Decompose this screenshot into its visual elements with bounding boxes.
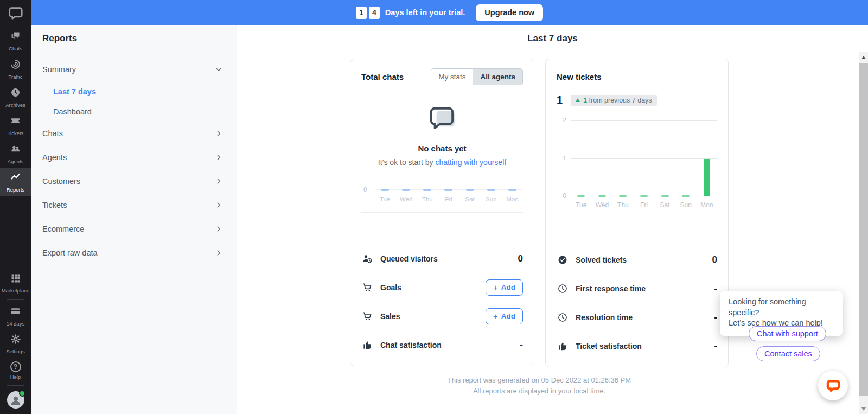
report-timezone-text: All reports are displayed in your local … xyxy=(350,386,729,397)
cart-icon xyxy=(361,282,373,293)
cart-icon xyxy=(361,311,373,322)
chart-day-label: Wed xyxy=(400,196,412,202)
rail-item-agents[interactable]: Agents xyxy=(0,139,31,168)
contact-sales-button[interactable]: Contact sales xyxy=(756,346,820,361)
stats-toggle: My stats All agents xyxy=(431,68,523,85)
scrollbar-thumb[interactable] xyxy=(859,63,868,396)
rail-item-trial-days[interactable]: 14 days xyxy=(0,302,31,330)
thumb-up-icon xyxy=(361,340,373,351)
chart-zero-dash xyxy=(508,189,516,191)
rail-item-help[interactable]: ? Help xyxy=(0,358,31,383)
rail-item-reports[interactable]: Reports xyxy=(0,168,31,196)
tooltip-line-1: Looking for something specific? xyxy=(729,297,834,318)
sidebar-item-summary[interactable]: Summary xyxy=(31,58,237,81)
chart-zero-dash xyxy=(423,189,431,191)
avatar[interactable] xyxy=(7,391,24,409)
add-sales-button[interactable]: + Add xyxy=(486,308,523,324)
rail-item-traffic[interactable]: Traffic xyxy=(0,55,31,83)
sidebar-item-dashboard[interactable]: Dashboard xyxy=(31,101,237,122)
sidebar-item-export-raw-data[interactable]: Export raw data xyxy=(31,241,237,265)
reports-icon xyxy=(10,171,21,185)
empty-state-text: It’s ok to start by xyxy=(378,158,436,167)
scrollbar-down-arrow-icon[interactable] xyxy=(861,407,866,411)
chart-column: Wed xyxy=(395,184,417,202)
sidebar-item-label: Chats xyxy=(42,129,63,138)
chart-column: Fri xyxy=(438,184,459,202)
chart-bar xyxy=(704,158,710,196)
stat-label: Sales xyxy=(380,312,478,321)
stat-row-queued-visitors: Queued visitors 0 xyxy=(361,244,523,273)
stat-row-first-response-time: First response time - xyxy=(557,274,717,303)
rail-divider xyxy=(7,385,24,386)
chart-y-tick: 0 xyxy=(363,186,367,193)
rail-item-label: Reports xyxy=(7,187,24,193)
stat-value: - xyxy=(714,341,717,352)
toggle-my-stats[interactable]: My stats xyxy=(431,69,473,85)
stat-value: - xyxy=(520,340,523,351)
stat-row-resolution-time: Resolution time - xyxy=(557,303,717,332)
sidebar-item-chats[interactable]: Chats xyxy=(31,122,237,145)
chart-y-tick: 0 xyxy=(557,192,566,199)
trial-digit: 4 xyxy=(369,7,380,19)
chart-zero-dash xyxy=(402,189,410,191)
card-divider xyxy=(557,219,717,219)
sidebar-item-label: Customers xyxy=(42,177,80,186)
trend-delta: 1 xyxy=(583,97,587,104)
trial-banner: 1 4 Days left in your trial. Upgrade now xyxy=(31,0,868,25)
sidebar-item-last-7-days[interactable]: Last 7 days xyxy=(31,81,237,101)
add-goals-button[interactable]: + Add xyxy=(486,279,523,296)
sidebar-item-label: Agents xyxy=(42,153,67,162)
left-rail: Chats Traffic Archives Tickets xyxy=(0,0,31,414)
sidebar-item-ecommerce[interactable]: Ecommerce xyxy=(31,217,237,241)
rail-item-settings[interactable]: Settings xyxy=(0,330,31,358)
stat-value: 0 xyxy=(712,254,717,265)
chart-column: Sat xyxy=(459,184,481,202)
new-tickets-card: New tickets 1 1 from previous 7 days Tue… xyxy=(545,59,729,367)
rail-item-marketplace[interactable]: Marketplace xyxy=(0,269,31,297)
sidebar-menu: Summary Last 7 days Dashboard Chats Agen… xyxy=(31,52,237,265)
stat-label: Ticket satisfaction xyxy=(576,342,707,351)
stat-row-solved-tickets: Solved tickets 0 xyxy=(557,245,717,274)
rail-item-label: 14 days xyxy=(7,321,24,327)
chat-with-support-button[interactable]: Chat with support xyxy=(749,326,826,341)
marketplace-icon xyxy=(10,273,21,286)
total-chats-card-header: Total chats My stats All agents xyxy=(361,68,523,85)
sidebar-item-label: Ecommerce xyxy=(42,225,84,233)
trial-days-counter: 1 4 xyxy=(356,7,380,19)
sidebar-item-tickets[interactable]: Tickets xyxy=(31,193,237,217)
scrollbar-up-arrow-icon[interactable] xyxy=(861,56,866,59)
archives-icon xyxy=(10,87,21,100)
stat-row-goals: Goals + Add xyxy=(361,273,523,302)
stat-label: First response time xyxy=(576,284,707,293)
stat-label: Resolution time xyxy=(576,313,707,322)
credit-card-icon xyxy=(10,305,21,319)
online-status-dot xyxy=(19,390,25,397)
chat-bubble-illustration-icon xyxy=(426,103,458,133)
chat-with-yourself-link[interactable]: chatting with yourself xyxy=(435,158,506,167)
chat-widget-button[interactable] xyxy=(818,371,848,400)
upgrade-now-button[interactable]: Upgrade now xyxy=(476,4,543,21)
sidebar-item-label: Last 7 days xyxy=(53,87,96,96)
trend-up-icon xyxy=(576,98,580,102)
rail-item-archives[interactable]: Archives xyxy=(0,83,31,111)
stat-row-chat-satisfaction: Chat satisfaction - xyxy=(361,330,523,359)
total-chats-chart: 0 TueWedThuFriSatSunMon xyxy=(361,184,523,202)
chart-day-label: Mon xyxy=(696,201,717,209)
chevron-right-icon xyxy=(215,177,222,185)
new-tickets-chart: TueWedThuFriSatSunMon 210 xyxy=(557,120,717,209)
help-icon: ? xyxy=(10,361,21,372)
plus-icon: + xyxy=(493,283,498,292)
chart-day-label: Tue xyxy=(571,201,592,209)
chart-day-label: Tue xyxy=(380,196,390,202)
stat-value: - xyxy=(714,312,717,323)
toggle-all-agents[interactable]: All agents xyxy=(473,69,522,85)
agents-icon xyxy=(10,143,21,157)
sidebar-item-customers[interactable]: Customers xyxy=(31,169,237,193)
report-generated-text: This report was generated on 05 Dec 2022… xyxy=(350,375,729,386)
queued-visitors-icon xyxy=(361,253,373,264)
livechat-logo-icon[interactable] xyxy=(8,5,24,23)
stat-label: Goals xyxy=(380,283,478,292)
rail-item-chats[interactable]: Chats xyxy=(0,27,31,55)
rail-item-tickets[interactable]: Tickets xyxy=(0,111,31,139)
sidebar-item-agents[interactable]: Agents xyxy=(31,145,237,169)
